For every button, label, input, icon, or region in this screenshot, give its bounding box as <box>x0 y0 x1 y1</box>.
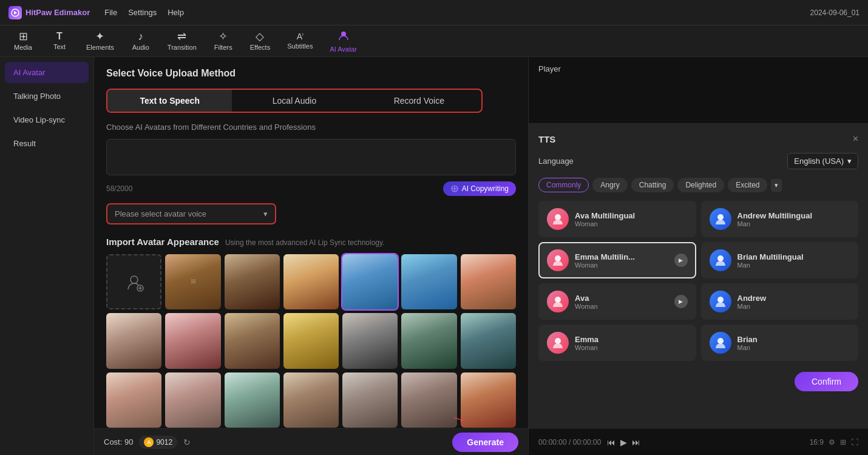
toolbar-elements[interactable]: ✦ Elements <box>79 27 121 55</box>
elements-icon: ✦ <box>95 31 104 42</box>
ava-play-button[interactable]: ▶ <box>674 295 688 308</box>
avatar-woman-dark[interactable] <box>342 313 398 368</box>
andrew-name: Andrew <box>737 294 850 303</box>
toolbar-transition[interactable]: ⇌ Transition <box>160 27 204 55</box>
voice-card-ava[interactable]: Ava Woman ▶ <box>538 283 696 320</box>
avatar-woman-brown[interactable] <box>225 313 280 368</box>
voice-tab-tts[interactable]: Text to Speech <box>107 90 232 112</box>
player-label: Player <box>538 64 858 73</box>
ava-multi-name: Ava Multilingual <box>575 211 688 220</box>
player-fullscreen-icon[interactable]: ⛶ <box>851 438 858 447</box>
andrew-multi-gender: Man <box>737 220 850 228</box>
text-input-area[interactable] <box>106 139 516 175</box>
player-settings-icon[interactable]: ⚙ <box>829 438 835 447</box>
voice-card-ava-multi[interactable]: Ava Multilingual Woman <box>538 201 696 237</box>
generate-button[interactable]: Generate <box>452 433 518 452</box>
voice-selector[interactable]: Please select avatar voice ▾ <box>106 203 276 224</box>
andrew-avatar <box>710 291 731 312</box>
mood-tab-commonly[interactable]: Commonly <box>538 178 589 192</box>
ava-info: Ava Woman <box>575 294 668 310</box>
avatar-asian-6[interactable] <box>401 372 456 428</box>
voice-card-andrew[interactable]: Andrew Man <box>701 283 859 320</box>
menu-items: File Settings Help <box>104 8 184 17</box>
player-crop-icon[interactable]: ⊞ <box>840 438 846 447</box>
voice-card-brian-multi[interactable]: Brian Multilingual Man <box>701 242 859 278</box>
player-bottom: 00:00:00 / 00:00:00 ⏮ ▶ ⏭ 16:9 ⚙ ⊞ ⛶ <box>529 428 868 455</box>
language-value: English (USA) <box>794 157 844 166</box>
ai-sparkle-icon <box>450 184 459 193</box>
brian-multi-info: Brian Multilingual Man <box>737 252 850 269</box>
transition-icon: ⇌ <box>177 31 186 42</box>
avatar-woman-pink[interactable] <box>165 313 220 368</box>
confirm-button[interactable]: Confirm <box>795 372 858 391</box>
toolbar-ai-avatar[interactable]: AI Avatar <box>322 26 364 56</box>
toolbar-media[interactable]: ⊞ Media <box>6 27 40 55</box>
sidebar-item-talking-photo[interactable]: Talking Photo <box>5 86 89 107</box>
tts-close-button[interactable]: × <box>853 133 858 144</box>
menu-help[interactable]: Help <box>168 8 184 17</box>
avatar-asian-4[interactable] <box>283 372 339 428</box>
player-play-button[interactable]: ▶ <box>620 437 627 447</box>
toolbar-audio[interactable]: ♪ Audio <box>124 27 158 55</box>
menu-settings[interactable]: Settings <box>128 8 157 17</box>
avatar-woman-yellow[interactable] <box>283 313 339 368</box>
voice-card-emma-multi[interactable]: Emma Multilin... Woman ▶ <box>538 242 696 278</box>
voice-card-emma[interactable]: Emma Woman <box>538 325 696 361</box>
voice-card-andrew-multi[interactable]: Andrew Multilingual Man <box>701 201 859 237</box>
player-skip-back-button[interactable]: ⏮ <box>607 437 615 447</box>
language-select[interactable]: English (USA) ▾ <box>787 153 858 169</box>
avatar-woman-white[interactable] <box>106 313 161 368</box>
mood-tab-chatting[interactable]: Chatting <box>631 178 674 192</box>
avatar-asian-2[interactable] <box>165 372 220 428</box>
mood-more-button[interactable]: ▾ <box>771 179 782 192</box>
mood-tab-angry[interactable]: Angry <box>592 178 627 192</box>
emma-multi-avatar <box>547 249 569 271</box>
avatar-asian-5[interactable] <box>342 372 398 428</box>
tts-header: TTS × <box>538 133 858 144</box>
mood-tab-delighted[interactable]: Delighted <box>677 178 724 192</box>
mood-tab-excited[interactable]: Excited <box>728 178 767 192</box>
text-icon: T <box>56 32 63 41</box>
content-bottom-bar: Cost: 90 A 9012 ↻ Generate <box>94 428 528 455</box>
add-avatar-button[interactable] <box>106 254 161 309</box>
svg-point-6 <box>717 214 724 220</box>
refresh-icon[interactable]: ↻ <box>183 437 191 447</box>
avatar-cartoon-glasses[interactable] <box>342 254 398 309</box>
avatar-redhead-woman[interactable] <box>461 254 516 309</box>
voice-tab-record[interactable]: Record Voice <box>357 90 481 112</box>
player-skip-forward-button[interactable]: ⏭ <box>632 437 640 447</box>
ai-copywriting-button[interactable]: AI Copywriting <box>443 181 516 196</box>
menu-file[interactable]: File <box>104 8 117 17</box>
ava-name: Ava <box>575 294 668 303</box>
brian-multi-avatar <box>710 249 731 271</box>
avatar-asian-3[interactable] <box>225 372 280 428</box>
ava-multi-avatar <box>547 208 569 230</box>
avatar-asian-1[interactable] <box>106 372 161 428</box>
svg-point-12 <box>717 338 724 344</box>
sidebar-item-ai-avatar[interactable]: AI Avatar <box>5 62 89 83</box>
toolbar-subtitles[interactable]: Ai Subtitles <box>280 29 320 53</box>
voice-card-brian[interactable]: Brian Man <box>701 325 859 361</box>
coin-icon: A <box>144 437 154 447</box>
emma-multi-play-button[interactable]: ▶ <box>674 254 688 267</box>
subtitles-label: Subtitles <box>287 42 313 50</box>
avatar-pearl-earring[interactable] <box>283 254 339 309</box>
sidebar-item-result[interactable]: Result <box>5 133 89 154</box>
emma-multi-gender: Woman <box>575 261 668 269</box>
avatar-woman-green[interactable] <box>401 313 456 368</box>
ai-coins: A 9012 <box>139 436 177 449</box>
effects-label: Effects <box>250 44 270 51</box>
avatar-mona-lisa[interactable]: 🖼 <box>165 254 220 309</box>
avatar-redhead-2[interactable] <box>461 372 516 428</box>
toolbar-filters[interactable]: ✧ Filters <box>206 27 240 55</box>
svg-point-8 <box>717 255 724 261</box>
filters-icon: ✧ <box>219 31 228 42</box>
sidebar-item-video-lipsync[interactable]: Video Lip-sync <box>5 109 89 130</box>
toolbar-effects[interactable]: ◇ Effects <box>243 27 277 55</box>
avatar-shakespeare[interactable] <box>225 254 280 309</box>
tts-panel: TTS × Language English (USA) ▾ Commonly … <box>529 124 868 428</box>
avatar-woman-teal[interactable] <box>461 313 516 368</box>
avatar-cartoon-boy[interactable] <box>401 254 456 309</box>
voice-tab-local[interactable]: Local Audio <box>232 90 356 112</box>
toolbar-text[interactable]: T Text <box>42 28 76 54</box>
